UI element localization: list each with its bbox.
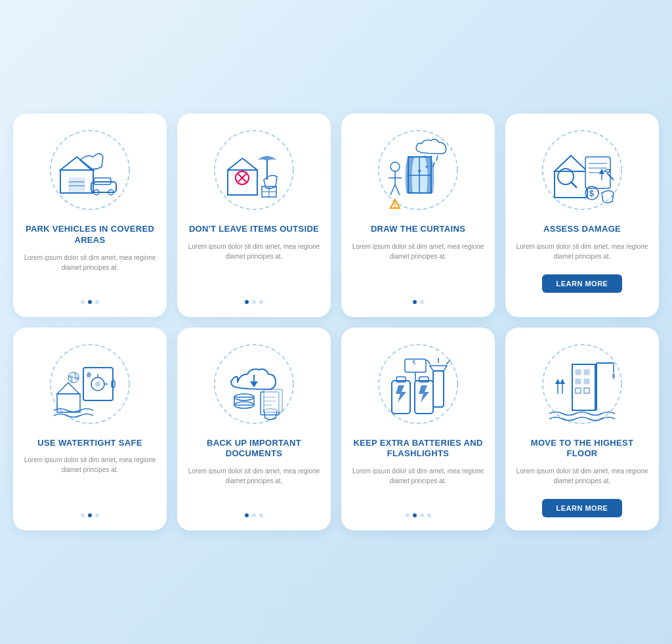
card-dont-leave-title: DON'T LEAVE ITEMS OUTSIDE [189, 224, 319, 235]
svg-rect-74 [264, 389, 282, 412]
card-dont-leave: DON'T LEAVE ITEMS OUTSIDE Lorem ipsum do… [177, 114, 331, 317]
dot [252, 300, 256, 304]
svg-marker-102 [560, 379, 565, 384]
card-draw-curtains: ✦ ✦ DRAW THE CURTAINS Lorem ipsum dolor … [341, 114, 495, 317]
card-draw-curtains-dots [413, 300, 424, 304]
illustration-draw-curtains: ✦ ✦ [372, 124, 464, 216]
illustration-backup-documents [208, 338, 300, 430]
svg-rect-68 [234, 397, 254, 405]
learn-more-button-2[interactable]: LEARN MORE [542, 499, 623, 517]
svg-marker-89 [412, 360, 416, 365]
illustration-highest-floor [536, 338, 628, 430]
svg-line-85 [427, 360, 430, 364]
svg-point-54 [51, 345, 129, 423]
illustration-dont-leave [208, 124, 300, 216]
card-park-vehicles-body: Lorem ipsum dolor sit dim amet, mea regi… [22, 253, 158, 272]
svg-line-86 [446, 360, 450, 364]
svg-rect-41 [555, 171, 587, 198]
svg-line-12 [228, 158, 243, 170]
dot [81, 300, 85, 304]
svg-text:✦: ✦ [425, 164, 429, 170]
svg-point-37 [394, 206, 396, 207]
dot-active [245, 513, 249, 517]
card-assess-damage-body: Lorem ipsum dolor sit dim amet, mea regi… [514, 242, 650, 261]
svg-rect-11 [228, 170, 257, 195]
card-grid: PARK VEHICLES IN COVERED AREAS Lorem ips… [13, 114, 659, 531]
illustration-batteries [372, 338, 464, 430]
dot [259, 300, 263, 304]
svg-marker-104 [555, 379, 560, 384]
card-watertight-safe: USE WATERTIGHT SAFE Lorem ipsum dolor si… [13, 328, 167, 531]
illustration-park-vehicles [44, 124, 136, 216]
dot [252, 513, 256, 517]
svg-rect-87 [405, 359, 426, 372]
svg-rect-94 [576, 379, 581, 384]
dot [406, 513, 410, 517]
svg-rect-92 [576, 370, 581, 375]
svg-marker-62 [57, 383, 79, 394]
dot [420, 300, 424, 304]
svg-marker-66 [250, 381, 258, 387]
svg-rect-97 [584, 388, 589, 393]
card-batteries-dots [406, 513, 431, 517]
svg-rect-96 [576, 388, 581, 393]
card-assess-damage-title: ASSESS DAMAGE [543, 224, 621, 235]
dot [95, 513, 99, 517]
svg-point-75 [379, 345, 457, 423]
svg-line-24 [436, 156, 438, 161]
dot [95, 300, 99, 304]
learn-more-button-1[interactable]: LEARN MORE [542, 274, 623, 293]
svg-line-44 [571, 182, 577, 188]
svg-text:✦: ✦ [417, 167, 422, 175]
card-dont-leave-body: Lorem ipsum dolor sit dim amet, mea regi… [186, 242, 322, 261]
card-park-vehicles-title: PARK VEHICLES IN COVERED AREAS [22, 224, 158, 246]
svg-line-13 [243, 158, 258, 170]
card-backup-documents: BACK UP IMPORTANT DOCUMENTS Lorem ipsum … [177, 328, 331, 531]
svg-rect-82 [433, 371, 444, 407]
svg-line-34 [395, 184, 400, 195]
svg-line-33 [390, 184, 395, 195]
svg-text:$: $ [589, 189, 594, 198]
card-dont-leave-dots [245, 300, 263, 304]
card-watertight-safe-body: Lorem ipsum dolor sit dim amet, mea regi… [22, 455, 158, 475]
card-backup-documents-title: BACK UP IMPORTANT DOCUMENTS [186, 438, 322, 460]
card-park-vehicles-dots [81, 300, 99, 304]
dot [81, 513, 85, 517]
card-backup-documents-dots [245, 513, 263, 517]
card-batteries-title: KEEP EXTRA BATTERIES AND FLASHLIGHTS [350, 438, 486, 460]
dot-active [88, 300, 92, 304]
svg-point-57 [95, 381, 100, 387]
svg-marker-2 [60, 157, 93, 170]
svg-point-30 [390, 162, 400, 171]
card-highest-floor-title: MOVE TO THE HIGHEST FLOOR [514, 438, 650, 460]
dot-active [413, 513, 417, 517]
card-watertight-safe-dots [81, 513, 99, 517]
card-draw-curtains-body: Lorem ipsum dolor sit dim amet, mea regi… [350, 242, 486, 261]
card-highest-floor: MOVE TO THE HIGHEST FLOOR Lorem ipsum do… [505, 328, 659, 531]
svg-rect-95 [584, 379, 589, 384]
dot [427, 513, 431, 517]
card-park-vehicles: PARK VEHICLES IN COVERED AREAS Lorem ips… [13, 114, 167, 317]
dot [259, 513, 263, 517]
card-watertight-safe-title: USE WATERTIGHT SAFE [37, 438, 142, 449]
svg-rect-93 [584, 370, 589, 375]
svg-marker-42 [555, 156, 587, 171]
card-backup-documents-body: Lorem ipsum dolor sit dim amet, mea regi… [186, 466, 322, 486]
svg-marker-78 [396, 385, 406, 402]
dot-active [245, 300, 249, 304]
dot-active [88, 513, 92, 517]
illustration-watertight-safe [44, 338, 136, 430]
svg-marker-81 [419, 385, 429, 402]
illustration-assess-damage: $ [536, 124, 628, 216]
card-batteries-body: Lorem ipsum dolor sit dim amet, mea regi… [350, 466, 486, 486]
dot-active [413, 300, 417, 304]
dot [420, 513, 424, 517]
svg-rect-61 [57, 394, 80, 412]
card-highest-floor-body: Lorem ipsum dolor sit dim amet, mea regi… [514, 466, 650, 486]
card-draw-curtains-title: DRAW THE CURTAINS [371, 224, 465, 235]
svg-marker-83 [430, 366, 447, 371]
card-batteries: KEEP EXTRA BATTERIES AND FLASHLIGHTS Lor… [341, 328, 495, 531]
card-assess-damage: $ ASSESS DAMAGE Lorem ipsum dolor sit di… [505, 114, 659, 317]
